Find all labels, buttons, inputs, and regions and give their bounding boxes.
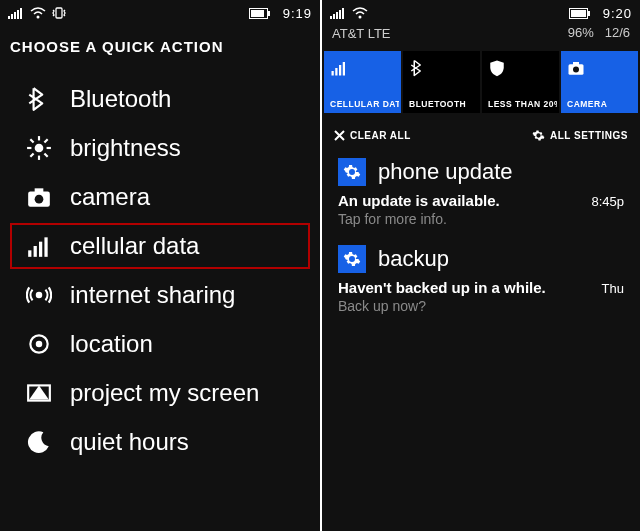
quick-action-label: quiet hours xyxy=(70,428,189,456)
cellular-icon xyxy=(26,233,52,259)
notification-title: An update is available. xyxy=(338,192,500,209)
clock-time: 9:19 xyxy=(283,6,312,21)
gear-icon xyxy=(338,158,366,186)
close-icon xyxy=(334,130,345,141)
all-settings-label: ALL SETTINGS xyxy=(550,130,628,141)
cellular-icon xyxy=(330,59,348,77)
status-bar: 9:19 xyxy=(0,0,320,26)
battery-icon xyxy=(569,8,591,19)
bluetooth-icon xyxy=(26,86,52,112)
shield-icon xyxy=(488,59,506,77)
quick-action-label: internet sharing xyxy=(70,281,235,309)
carrier-label: AT&T LTE xyxy=(332,26,391,41)
quick-action-item[interactable]: location xyxy=(10,321,310,367)
quick-action-label: brightness xyxy=(70,134,181,162)
notification-app: phone update xyxy=(378,159,513,185)
notification-title: Haven't backed up in a while. xyxy=(338,279,546,296)
quick-action-item[interactable]: project my screen xyxy=(10,370,310,416)
vibrate-icon xyxy=(52,7,66,19)
quick-action-label: project my screen xyxy=(70,379,259,407)
quick-tile-label: BLUETOOTH xyxy=(409,99,478,109)
notification-subtitle: Tap for more info. xyxy=(338,211,624,227)
quick-tile-label: LESS THAN 20% xyxy=(488,99,557,109)
svg-rect-17 xyxy=(571,10,586,17)
brightness-icon xyxy=(26,135,52,161)
quick-action-item[interactable]: camera xyxy=(10,174,310,220)
quick-tile[interactable]: BLUETOOTH xyxy=(403,51,480,113)
gear-icon xyxy=(532,129,545,142)
quick-action-item[interactable]: brightness xyxy=(10,125,310,171)
cellular-icon xyxy=(330,57,348,79)
notification[interactable]: backupHaven't backed up in a while.ThuBa… xyxy=(322,245,640,332)
wifi-icon xyxy=(30,7,46,19)
svg-rect-10 xyxy=(330,16,332,19)
quick-action-label: Bluetooth xyxy=(70,85,171,113)
notification-list: phone updateAn update is available.8:45p… xyxy=(322,158,640,332)
camera-icon xyxy=(567,57,585,79)
location-icon xyxy=(22,329,56,359)
notification-app: backup xyxy=(378,246,449,272)
notification[interactable]: phone updateAn update is available.8:45p… xyxy=(322,158,640,245)
bluetooth-icon xyxy=(22,84,56,114)
svg-rect-1 xyxy=(11,14,13,19)
svg-rect-3 xyxy=(17,10,19,19)
notification-subtitle: Back up now? xyxy=(338,298,624,314)
internet-sharing-icon xyxy=(22,280,56,310)
project-screen-icon xyxy=(22,378,56,408)
wifi-icon xyxy=(352,7,368,19)
quick-tile[interactable]: CELLULAR DATA xyxy=(324,51,401,113)
notification-time: Thu xyxy=(602,281,624,296)
svg-rect-6 xyxy=(56,8,62,18)
quick-action-label: camera xyxy=(70,183,150,211)
quiet-hours-icon xyxy=(22,427,56,457)
camera-icon xyxy=(567,59,585,77)
svg-point-15 xyxy=(359,16,362,19)
svg-rect-4 xyxy=(20,8,22,19)
brightness-icon xyxy=(22,133,56,163)
notification-time: 8:45p xyxy=(591,194,624,209)
project-screen-icon xyxy=(26,380,52,406)
quick-action-item[interactable]: quiet hours xyxy=(10,419,310,465)
clear-all-button[interactable]: CLEAR ALL xyxy=(334,130,411,141)
quick-action-label: location xyxy=(70,330,153,358)
svg-rect-8 xyxy=(251,10,264,17)
svg-rect-18 xyxy=(588,11,590,16)
clear-all-label: CLEAR ALL xyxy=(350,130,411,141)
svg-rect-11 xyxy=(333,14,335,19)
left-screen: 9:19 CHOOSE A QUICK ACTION Bluetoothbrig… xyxy=(0,0,320,531)
all-settings-button[interactable]: ALL SETTINGS xyxy=(532,129,628,142)
page-title: CHOOSE A QUICK ACTION xyxy=(0,26,320,73)
cellular-icon xyxy=(22,231,56,261)
date-label: 12/6 xyxy=(605,25,630,40)
svg-rect-0 xyxy=(8,16,10,19)
quick-action-item[interactable]: cellular data xyxy=(10,223,310,269)
internet-sharing-icon xyxy=(26,282,52,308)
location-icon xyxy=(26,331,52,357)
quick-action-list: Bluetoothbrightnesscameracellular datain… xyxy=(0,76,320,465)
svg-rect-13 xyxy=(339,10,341,19)
gear-icon xyxy=(338,245,366,273)
quick-tile-label: CAMERA xyxy=(567,99,636,109)
camera-icon xyxy=(26,184,52,210)
bluetooth-icon xyxy=(409,59,427,77)
quick-action-item[interactable]: Bluetooth xyxy=(10,76,310,122)
signal-icon xyxy=(330,7,346,19)
quiet-hours-icon xyxy=(26,429,52,455)
shield-icon xyxy=(488,57,506,79)
svg-rect-9 xyxy=(268,11,270,16)
quick-action-item[interactable]: internet sharing xyxy=(10,272,310,318)
carrier-row: AT&T LTE 96% 12/6 xyxy=(322,26,640,51)
quick-tile[interactable]: CAMERA xyxy=(561,51,638,113)
clock-time: 9:20 xyxy=(603,6,632,21)
quick-tile-label: CELLULAR DATA xyxy=(330,99,399,109)
camera-icon xyxy=(22,182,56,212)
gear-icon xyxy=(343,163,361,181)
right-screen: 9:20 AT&T LTE 96% 12/6 CELLULAR DATABLUE… xyxy=(320,0,640,531)
battery-icon xyxy=(249,8,271,19)
svg-rect-14 xyxy=(342,8,344,19)
status-bar: 9:20 xyxy=(322,0,640,26)
svg-rect-12 xyxy=(336,12,338,19)
quick-action-label: cellular data xyxy=(70,232,199,260)
quick-tile[interactable]: LESS THAN 20% xyxy=(482,51,559,113)
svg-rect-2 xyxy=(14,12,16,19)
